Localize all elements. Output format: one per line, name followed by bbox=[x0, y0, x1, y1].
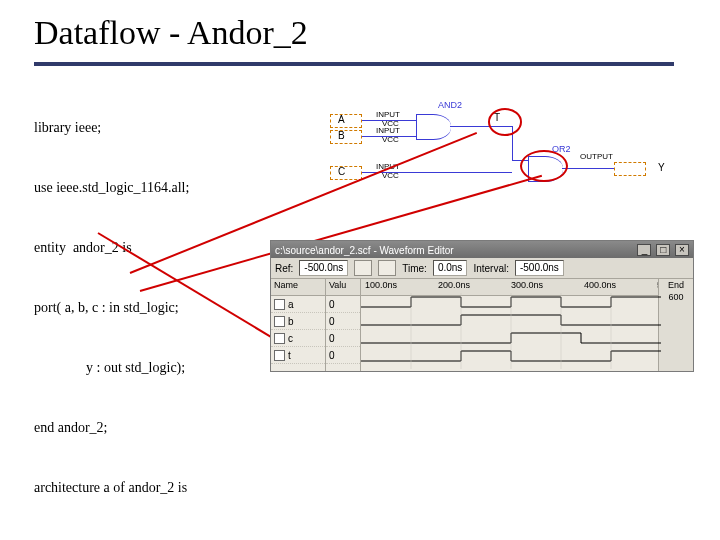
signal-name-column: Name a b c t bbox=[271, 279, 326, 371]
waveform-editor-window: c:\source\andor_2.scf - Waveform Editor … bbox=[270, 240, 694, 372]
pin-b-label: B bbox=[338, 130, 345, 141]
pin-c-label: C bbox=[338, 166, 345, 177]
code-line: entity andor_2 is bbox=[34, 238, 189, 258]
ref-label: Ref: bbox=[275, 263, 293, 274]
end-header: End bbox=[659, 280, 693, 290]
time-label: Time: bbox=[402, 263, 427, 274]
input-label: INPUT bbox=[376, 126, 400, 135]
signal-value: 0 bbox=[326, 313, 360, 330]
output-label: OUTPUT bbox=[580, 152, 613, 161]
waveform-plot-area[interactable]: 100.0ns 200.0ns 300.0ns 400.0ns 500.0ns … bbox=[361, 279, 693, 371]
code-line: architecture a of andor_2 is bbox=[34, 478, 189, 498]
signal-row[interactable]: a bbox=[271, 296, 325, 313]
signal-value-column: Valu 0 0 0 0 bbox=[326, 279, 361, 371]
signal-value: 0 bbox=[326, 347, 360, 364]
schematic-diagram: A B C INPUT VCC INPUT VCC INPUT VCC AND2… bbox=[330, 108, 690, 208]
or-gate-label: OR2 bbox=[552, 144, 571, 154]
signal-value: 0 bbox=[326, 330, 360, 347]
end-value: 600 bbox=[659, 290, 693, 302]
title-underline bbox=[34, 62, 674, 66]
code-line: y : out std_logic); bbox=[34, 358, 189, 378]
interval-label: Interval: bbox=[473, 263, 509, 274]
code-line: port( a, b, c : in std_logic; bbox=[34, 298, 189, 318]
time-value[interactable]: 0.0ns bbox=[433, 260, 467, 276]
next-button[interactable] bbox=[378, 260, 396, 276]
input-label: INPUT bbox=[376, 110, 400, 119]
code-line: library ieee; bbox=[34, 118, 189, 138]
input-label: INPUT bbox=[376, 162, 400, 171]
pin-a-label: A bbox=[338, 114, 345, 125]
y-label: Y bbox=[658, 162, 665, 173]
ref-value[interactable]: -500.0ns bbox=[299, 260, 348, 276]
minimize-icon[interactable]: _ bbox=[637, 244, 651, 256]
maximize-icon[interactable]: □ bbox=[656, 244, 670, 256]
and-gate-icon bbox=[416, 114, 451, 140]
code-line: use ieee.std_logic_1164.all; bbox=[34, 178, 189, 198]
waveform-traces bbox=[361, 293, 661, 369]
slide-title: Dataflow - Andor_2 bbox=[34, 14, 308, 52]
signal-row[interactable]: b bbox=[271, 313, 325, 330]
window-titlebar: c:\source\andor_2.scf - Waveform Editor … bbox=[271, 241, 693, 259]
close-icon[interactable]: × bbox=[675, 244, 689, 256]
signal-value: 0 bbox=[326, 296, 360, 313]
or-gate-icon bbox=[528, 156, 563, 182]
prev-button[interactable] bbox=[354, 260, 372, 276]
vhdl-code-block: library ieee; use ieee.std_logic_1164.al… bbox=[34, 78, 189, 540]
and-gate-label: AND2 bbox=[438, 100, 462, 110]
t-node-label: T bbox=[494, 112, 500, 123]
value-header: Valu bbox=[326, 279, 360, 296]
signal-row[interactable]: t bbox=[271, 347, 325, 364]
name-header: Name bbox=[271, 279, 325, 296]
waveform-toolbar: Ref: -500.0ns Time: 0.0ns Interval: -500… bbox=[271, 258, 693, 279]
window-title: c:\source\andor_2.scf - Waveform Editor bbox=[275, 245, 454, 256]
signal-row[interactable]: c bbox=[271, 330, 325, 347]
code-line: end andor_2; bbox=[34, 418, 189, 438]
interval-value[interactable]: -500.0ns bbox=[515, 260, 564, 276]
